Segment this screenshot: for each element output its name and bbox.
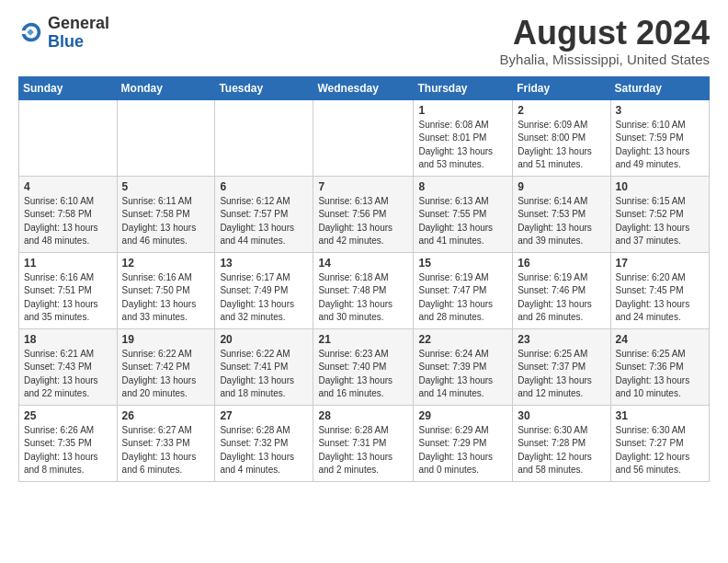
- day-number: 10: [616, 180, 704, 193]
- logo-blue-text: Blue: [48, 32, 84, 51]
- day-info: Sunrise: 6:13 AMSunset: 7:55 PMDaylight:…: [418, 195, 507, 248]
- table-cell: 13 Sunrise: 6:17 AMSunset: 7:49 PMDaylig…: [215, 252, 313, 328]
- table-cell: 27 Sunrise: 6:28 AMSunset: 7:32 PMDaylig…: [215, 405, 313, 481]
- header: General Blue August 2024 Byhalia, Missis…: [18, 15, 710, 67]
- week-row-5: 25 Sunrise: 6:26 AMSunset: 7:35 PMDaylig…: [19, 405, 710, 481]
- table-cell: 23 Sunrise: 6:25 AMSunset: 7:37 PMDaylig…: [513, 328, 610, 405]
- calendar: Sunday Monday Tuesday Wednesday Thursday…: [18, 76, 710, 482]
- table-cell: 25 Sunrise: 6:26 AMSunset: 7:35 PMDaylig…: [19, 405, 118, 481]
- day-info: Sunrise: 6:24 AMSunset: 7:39 PMDaylight:…: [418, 348, 507, 401]
- day-info: Sunrise: 6:20 AMSunset: 7:45 PMDaylight:…: [616, 271, 704, 325]
- day-number: 24: [616, 333, 704, 346]
- day-number: 12: [122, 257, 210, 270]
- day-info: Sunrise: 6:19 AMSunset: 7:47 PMDaylight:…: [418, 271, 507, 325]
- day-info: Sunrise: 6:29 AMSunset: 7:29 PMDaylight:…: [418, 424, 507, 477]
- table-cell: 29 Sunrise: 6:29 AMSunset: 7:29 PMDaylig…: [414, 405, 513, 481]
- logo-icon: [18, 20, 44, 46]
- weekday-header-row: Sunday Monday Tuesday Wednesday Thursday…: [19, 76, 710, 99]
- day-number: 9: [518, 180, 605, 193]
- table-cell: 10 Sunrise: 6:15 AMSunset: 7:52 PMDaylig…: [610, 176, 709, 252]
- day-number: 28: [318, 409, 408, 422]
- day-number: 6: [220, 180, 308, 193]
- header-monday: Monday: [117, 76, 215, 99]
- page: General Blue August 2024 Byhalia, Missis…: [0, 0, 728, 491]
- day-number: 15: [418, 257, 507, 270]
- week-row-1: 1 Sunrise: 6:08 AMSunset: 8:01 PMDayligh…: [19, 99, 710, 176]
- table-cell: 19 Sunrise: 6:22 AMSunset: 7:42 PMDaylig…: [117, 328, 215, 405]
- day-info: Sunrise: 6:28 AMSunset: 7:32 PMDaylight:…: [220, 424, 308, 477]
- table-cell: 24 Sunrise: 6:25 AMSunset: 7:36 PMDaylig…: [610, 328, 709, 405]
- day-number: 7: [318, 180, 408, 193]
- table-cell: 2 Sunrise: 6:09 AMSunset: 8:00 PMDayligh…: [513, 99, 610, 176]
- table-cell: [19, 99, 118, 176]
- day-info: Sunrise: 6:27 AMSunset: 7:33 PMDaylight:…: [122, 424, 210, 477]
- logo-text: General Blue: [48, 15, 109, 52]
- day-info: Sunrise: 6:13 AMSunset: 7:56 PMDaylight:…: [318, 195, 408, 248]
- header-friday: Friday: [513, 76, 610, 99]
- day-number: 21: [318, 333, 408, 346]
- header-saturday: Saturday: [610, 76, 709, 99]
- day-info: Sunrise: 6:18 AMSunset: 7:48 PMDaylight:…: [318, 271, 408, 325]
- month-year: August 2024: [500, 15, 710, 52]
- header-wednesday: Wednesday: [313, 76, 414, 99]
- day-info: Sunrise: 6:11 AMSunset: 7:58 PMDaylight:…: [122, 195, 210, 248]
- header-thursday: Thursday: [414, 76, 513, 99]
- table-cell: 5 Sunrise: 6:11 AMSunset: 7:58 PMDayligh…: [117, 176, 215, 252]
- table-cell: 26 Sunrise: 6:27 AMSunset: 7:33 PMDaylig…: [117, 405, 215, 481]
- day-info: Sunrise: 6:22 AMSunset: 7:41 PMDaylight:…: [220, 348, 308, 401]
- day-number: 27: [220, 409, 308, 422]
- day-number: 11: [24, 257, 112, 270]
- table-cell: 20 Sunrise: 6:22 AMSunset: 7:41 PMDaylig…: [215, 328, 313, 405]
- day-info: Sunrise: 6:10 AMSunset: 7:58 PMDaylight:…: [24, 195, 112, 248]
- day-info: Sunrise: 6:22 AMSunset: 7:42 PMDaylight:…: [122, 348, 210, 401]
- day-number: 4: [24, 180, 112, 193]
- day-info: Sunrise: 6:14 AMSunset: 7:53 PMDaylight:…: [518, 195, 605, 248]
- day-info: Sunrise: 6:15 AMSunset: 7:52 PMDaylight:…: [616, 195, 704, 248]
- day-number: 16: [518, 257, 605, 270]
- day-number: 31: [616, 409, 704, 422]
- day-number: 29: [418, 409, 507, 422]
- day-info: Sunrise: 6:09 AMSunset: 8:00 PMDaylight:…: [518, 119, 605, 172]
- day-info: Sunrise: 6:19 AMSunset: 7:46 PMDaylight:…: [518, 271, 605, 325]
- day-info: Sunrise: 6:28 AMSunset: 7:31 PMDaylight:…: [318, 424, 408, 477]
- day-info: Sunrise: 6:23 AMSunset: 7:40 PMDaylight:…: [318, 348, 408, 401]
- location: Byhalia, Mississippi, United States: [500, 52, 710, 67]
- header-tuesday: Tuesday: [215, 76, 313, 99]
- week-row-4: 18 Sunrise: 6:21 AMSunset: 7:43 PMDaylig…: [19, 328, 710, 405]
- day-number: 26: [122, 409, 210, 422]
- table-cell: 14 Sunrise: 6:18 AMSunset: 7:48 PMDaylig…: [313, 252, 414, 328]
- day-info: Sunrise: 6:21 AMSunset: 7:43 PMDaylight:…: [24, 348, 112, 401]
- table-cell: 8 Sunrise: 6:13 AMSunset: 7:55 PMDayligh…: [414, 176, 513, 252]
- day-number: 19: [122, 333, 210, 346]
- week-row-2: 4 Sunrise: 6:10 AMSunset: 7:58 PMDayligh…: [19, 176, 710, 252]
- day-info: Sunrise: 6:12 AMSunset: 7:57 PMDaylight:…: [220, 195, 308, 248]
- day-info: Sunrise: 6:16 AMSunset: 7:51 PMDaylight:…: [24, 271, 112, 325]
- day-info: Sunrise: 6:30 AMSunset: 7:27 PMDaylight:…: [616, 424, 704, 477]
- day-info: Sunrise: 6:26 AMSunset: 7:35 PMDaylight:…: [24, 424, 112, 477]
- day-info: Sunrise: 6:25 AMSunset: 7:37 PMDaylight:…: [518, 348, 605, 401]
- table-cell: [313, 99, 414, 176]
- table-cell: [215, 99, 313, 176]
- table-cell: 21 Sunrise: 6:23 AMSunset: 7:40 PMDaylig…: [313, 328, 414, 405]
- table-cell: 7 Sunrise: 6:13 AMSunset: 7:56 PMDayligh…: [313, 176, 414, 252]
- day-info: Sunrise: 6:25 AMSunset: 7:36 PMDaylight:…: [616, 348, 704, 401]
- table-cell: [117, 99, 215, 176]
- day-info: Sunrise: 6:08 AMSunset: 8:01 PMDaylight:…: [418, 119, 507, 172]
- day-number: 20: [220, 333, 308, 346]
- day-number: 17: [616, 257, 704, 270]
- day-number: 14: [318, 257, 408, 270]
- day-number: 22: [418, 333, 507, 346]
- table-cell: 9 Sunrise: 6:14 AMSunset: 7:53 PMDayligh…: [513, 176, 610, 252]
- day-number: 18: [24, 333, 112, 346]
- day-number: 13: [220, 257, 308, 270]
- table-cell: 28 Sunrise: 6:28 AMSunset: 7:31 PMDaylig…: [313, 405, 414, 481]
- table-cell: 16 Sunrise: 6:19 AMSunset: 7:46 PMDaylig…: [513, 252, 610, 328]
- table-cell: 11 Sunrise: 6:16 AMSunset: 7:51 PMDaylig…: [19, 252, 118, 328]
- table-cell: 22 Sunrise: 6:24 AMSunset: 7:39 PMDaylig…: [414, 328, 513, 405]
- day-info: Sunrise: 6:16 AMSunset: 7:50 PMDaylight:…: [122, 271, 210, 325]
- day-info: Sunrise: 6:17 AMSunset: 7:49 PMDaylight:…: [220, 271, 308, 325]
- title-block: August 2024 Byhalia, Mississippi, United…: [500, 15, 710, 67]
- table-cell: 4 Sunrise: 6:10 AMSunset: 7:58 PMDayligh…: [19, 176, 118, 252]
- day-number: 23: [518, 333, 605, 346]
- day-number: 2: [518, 104, 605, 117]
